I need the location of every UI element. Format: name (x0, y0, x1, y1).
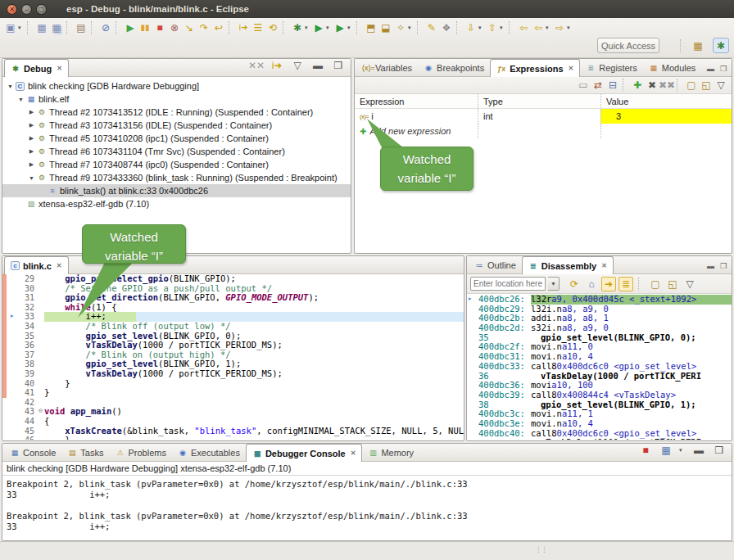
expressions-tab-expressions[interactable]: ƒxExpressions✕ (490, 59, 580, 77)
code-line[interactable]: 40 } (2, 379, 464, 389)
mark-occurrences-icon[interactable]: ✎ (424, 20, 439, 35)
collapse-arrow-icon[interactable]: ▶ (27, 135, 36, 142)
collapse-arrow-icon[interactable]: ▶ (27, 148, 36, 155)
previous-annotation-icon[interactable]: ⇧ (485, 20, 500, 35)
tree-item[interactable]: ▶⚙Thread #5 1073410208 (ipc1) (Suspended… (2, 132, 351, 145)
new-icon[interactable]: ▣ (3, 20, 18, 35)
instruction-stepping-mode-icon[interactable]: i➜ (270, 58, 284, 73)
code-editor[interactable]: 29 gpio_pad_select_gpio(BLINK_GPIO);30 /… (2, 274, 464, 440)
disassembly-line[interactable]: 400dbc39:call80x400844c4 <vTaskDelay> (467, 391, 732, 400)
breakpoint-arrow-icon[interactable]: ➤ (7, 312, 17, 322)
run-icon[interactable]: ▶ (311, 20, 326, 35)
debug-perspective-icon[interactable]: ✱ (713, 38, 729, 53)
next-annotation-icon[interactable]: ⇩ (464, 20, 478, 35)
expand-arrow-icon[interactable]: ▼ (27, 175, 36, 181)
back-dropdown-icon[interactable]: ▾ (546, 25, 552, 31)
new-dropdown-icon[interactable]: ▾ (18, 25, 25, 31)
code-line[interactable]: 45 xTaskCreate(&blink_task, "blink_task"… (2, 427, 464, 436)
show-source-icon[interactable]: ≣ (618, 277, 633, 291)
disconnect-icon[interactable]: ⊗ (167, 20, 182, 35)
expressions-tab-registers[interactable]: ≣Registers (580, 59, 642, 76)
maximize-icon[interactable]: ❒ (720, 65, 727, 73)
save-icon[interactable]: ▦ (34, 20, 49, 35)
close-tab-icon[interactable]: ✕ (57, 65, 62, 72)
open-perspective-icon[interactable]: ▦ (690, 38, 706, 53)
search-icon[interactable]: ✧ (393, 20, 408, 35)
code-line[interactable]: 43⊖void app_main() (2, 407, 464, 417)
disassembly-tab-outline[interactable]: ≔Outline (469, 256, 522, 273)
step-into-icon[interactable]: ↘ (182, 20, 197, 35)
tree-item[interactable]: ▶⚙Thread #6 1073431104 (Tmr Svc) (Suspen… (2, 145, 351, 158)
open-task-icon[interactable]: ⬒ (364, 20, 378, 35)
suspend-icon[interactable]: ▮▮ (138, 20, 152, 35)
quick-access-button[interactable]: Quick Access (597, 38, 659, 53)
expression-row[interactable]: (x)=iint3 (355, 109, 732, 124)
code-line[interactable]: 41} (2, 388, 464, 398)
next-annotation-dropdown-icon[interactable]: ▾ (478, 25, 485, 31)
add-expression-row[interactable]: ✚Add new expression (355, 124, 732, 138)
remove-all-expressions-icon[interactable]: ✖✖ (659, 78, 674, 93)
forward-icon[interactable]: ⇨ (552, 20, 567, 35)
tree-item[interactable]: ▶⚙Thread #2 1073413512 (IDLE : Running) … (2, 106, 351, 119)
close-tab-icon[interactable]: ✕ (601, 262, 607, 269)
close-tab-icon[interactable]: ✕ (351, 449, 356, 457)
disassembly-line[interactable]: vTaskDelay(1000 / portTICK_PERI (467, 438, 732, 440)
view-menu-icon[interactable]: ▽ (290, 58, 305, 73)
save-all-icon[interactable]: ▦ (49, 20, 64, 35)
collapse-all-icon[interactable]: ⊟ (605, 78, 620, 93)
last-edit-location-icon[interactable]: ⇦ (516, 20, 531, 35)
refresh-icon[interactable]: ⟳ (567, 277, 582, 291)
disassembly-line[interactable]: 400dbc33:call80x400dc6c0 <gpio_set_level… (467, 362, 732, 372)
tree-item[interactable]: ▼▦blink.elf (2, 93, 351, 106)
editor-tab-blink-c[interactable]: cblink.c✕ (4, 256, 69, 274)
code-line[interactable]: 39 vTaskDelay(1000 / portTICK_PERIOD_MS)… (2, 369, 464, 379)
external-tools-icon[interactable]: ▶ (333, 20, 347, 35)
console-tab-executables[interactable]: ◉Executables (172, 444, 246, 461)
window-minimize-icon[interactable]: – (21, 4, 32, 15)
maximize-icon[interactable]: ❒ (712, 443, 727, 458)
view-menu-icon[interactable]: ▽ (682, 277, 697, 291)
disassembly-listing[interactable]: ➤400dbc26:l32ra9, 0x400d045c <_stext+109… (467, 294, 732, 440)
minimize-icon[interactable]: ▬ (707, 262, 714, 270)
console-tab-tasks[interactable]: ▤Tasks (61, 444, 109, 461)
display-selected-console-dropdown-icon[interactable]: ▾ (679, 447, 686, 454)
tree-item[interactable]: ▨xtensa-esp32-elf-gdb (7.10) (2, 197, 351, 210)
expressions-tab-modules[interactable]: ▦Modules (643, 59, 702, 76)
step-return-icon[interactable]: ↩ (211, 20, 226, 35)
collapse-arrow-icon[interactable]: ▶ (27, 109, 36, 115)
expand-arrow-icon[interactable]: ▼ (6, 84, 15, 89)
minimize-icon[interactable]: ▬ (707, 65, 714, 73)
resume-icon[interactable]: ▶ (123, 20, 138, 35)
disassembly-line[interactable]: 400dbc2d:s32i.na8, a9, 0 (467, 323, 732, 333)
tree-item[interactable]: ▶⚙Thread #7 1073408744 (ipc0) (Suspended… (2, 158, 351, 171)
show-logical-structure-icon[interactable]: ⇄ (591, 78, 605, 93)
column-type[interactable]: Type (478, 94, 600, 108)
previous-annotation-dropdown-icon[interactable]: ▾ (500, 25, 506, 31)
collapse-arrow-icon[interactable]: ▶ (27, 122, 36, 129)
location-input[interactable] (470, 277, 546, 291)
disassembly-tab-disassembly[interactable]: ≣Disassembly✕ (522, 256, 614, 274)
external-tools-dropdown-icon[interactable]: ▾ (347, 25, 354, 31)
console-tab-memory[interactable]: ▥Memory (362, 444, 419, 461)
home-icon[interactable]: ⌂ (584, 277, 599, 291)
minimize-icon[interactable]: ▬ (691, 443, 706, 458)
new-disassembly-view-icon[interactable]: ▢ (648, 277, 663, 291)
terminate-console-icon[interactable]: ■ (638, 443, 653, 458)
maximize-icon[interactable]: ❒ (720, 262, 727, 270)
minimize-icon[interactable]: ▬ (310, 58, 325, 73)
pin-view-icon[interactable]: ◱ (665, 277, 680, 291)
open-resource-icon[interactable]: ⬓ (378, 20, 393, 35)
build-icon[interactable]: ▤ (74, 20, 88, 35)
new-expressions-view-icon[interactable]: ▢ (684, 78, 699, 93)
tree-item[interactable]: ▶⚙Thread #3 1073413156 (IDLE) (Suspended… (2, 119, 351, 132)
tree-item[interactable]: ≡blink_task() at blink.c:33 0x400dbc26 (2, 184, 351, 197)
forward-dropdown-icon[interactable]: ▾ (567, 25, 573, 31)
show-type-names-icon[interactable]: ▭ (576, 78, 591, 93)
console-tab-problems[interactable]: ⚠Problems (109, 444, 171, 461)
restart-icon[interactable]: ⟲ (265, 20, 280, 35)
instruction-stepping-icon[interactable]: i➜ (236, 20, 251, 35)
display-selected-console-icon[interactable]: ▦ (659, 443, 673, 458)
remove-expression-icon[interactable]: ✖ (645, 78, 659, 93)
window-maximize-icon[interactable]: ▢ (36, 4, 47, 15)
pin-view-icon[interactable]: ◱ (699, 78, 714, 93)
